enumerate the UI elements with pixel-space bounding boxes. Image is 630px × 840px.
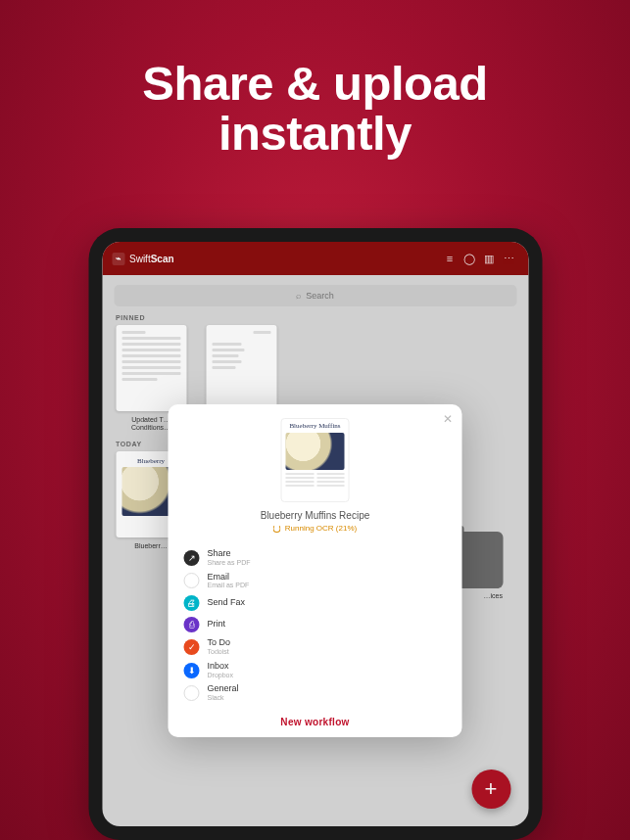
share-item-subtitle: Dropbox	[208, 672, 233, 679]
share-item-title: To Do	[208, 638, 231, 648]
share-list: ↗ShareShare as PDF✉EmailEmail as PDF🖨Sen…	[169, 546, 462, 705]
status-text: Running OCR (21%)	[285, 524, 357, 533]
fax-icon: 🖨	[184, 595, 200, 611]
app-screen: ⌁ SwiftScan ≡ ◯ ▥ ⋯ ⌕ Search PINNED	[102, 242, 528, 826]
spinner-icon	[273, 525, 281, 533]
share-item-subtitle: Todoist	[208, 648, 231, 656]
share-item-send-fax[interactable]: 🖨Send Fax	[169, 592, 462, 614]
share-item-title: General	[208, 684, 239, 694]
promo-stage: Share & upload instantly ⌁ SwiftScan ≡ ◯…	[0, 0, 630, 840]
share-item-general[interactable]: #GeneralSlack	[169, 681, 462, 705]
hero-line-2: instantly	[0, 109, 630, 159]
share-item-title: Inbox	[208, 662, 233, 672]
share-item-title: Share	[208, 549, 251, 559]
preview-photo	[286, 433, 345, 470]
email-icon: ✉	[184, 573, 200, 588]
hero-headline: Share & upload instantly	[0, 0, 630, 160]
share-item-title: Print	[208, 620, 226, 630]
share-item-subtitle: Slack	[208, 694, 239, 702]
preview-title: Blueberry Muffins	[282, 419, 349, 433]
todo-icon: ✓	[184, 639, 200, 655]
share-item-title: Email	[208, 573, 250, 583]
share-item-subtitle: Email as PDF	[208, 582, 250, 589]
new-workflow-button[interactable]: New workflow	[169, 717, 462, 727]
share-item-to-do[interactable]: ✓To DoTodoist	[169, 635, 462, 659]
share-item-subtitle: Share as PDF	[208, 559, 251, 567]
print-icon: ⎙	[184, 617, 200, 632]
share-item-print[interactable]: ⎙Print	[169, 614, 462, 635]
share-icon: ↗	[184, 550, 200, 566]
close-icon[interactable]: ✕	[443, 412, 453, 426]
doc-preview[interactable]: Blueberry Muffins	[281, 418, 350, 502]
share-item-email[interactable]: ✉EmailEmail as PDF	[169, 570, 462, 593]
tablet-frame: ⌁ SwiftScan ≡ ◯ ▥ ⋯ ⌕ Search PINNED	[88, 228, 542, 840]
share-item-inbox[interactable]: ⬇InboxDropbox	[169, 659, 462, 682]
share-item-title: Send Fax	[208, 598, 246, 608]
general-icon: #	[184, 685, 200, 701]
inbox-icon: ⬇	[184, 663, 200, 678]
sheet-doc-status: Running OCR (21%)	[169, 524, 462, 533]
share-sheet: ✕ Blueberry Muffins Blueberry Muffins Re…	[169, 404, 462, 737]
share-item-share[interactable]: ↗ShareShare as PDF	[169, 546, 462, 570]
sheet-doc-title: Blueberry Muffins Recipe	[169, 510, 462, 521]
hero-line-1: Share & upload	[0, 59, 630, 109]
